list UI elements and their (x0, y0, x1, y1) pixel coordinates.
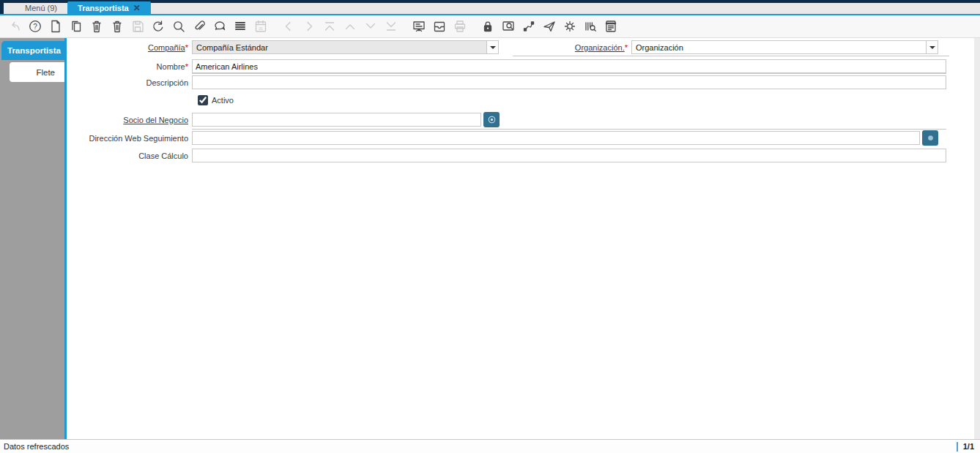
last-record-icon (384, 19, 398, 34)
url-icon (926, 133, 935, 143)
workflow-icon (521, 19, 536, 34)
status-separator (957, 442, 958, 452)
toolbar-request-button[interactable] (539, 17, 560, 36)
toolbar-find-button[interactable] (168, 17, 189, 36)
toolbar-delete-record-button[interactable] (86, 17, 107, 36)
sidebar-tab-transportista[interactable]: Transportista (1, 41, 67, 60)
tab-menu[interactable]: Menú (9) (15, 1, 67, 14)
previous-record-icon (281, 19, 296, 34)
clase-calculo-label: Clase Cálculo (138, 151, 188, 160)
toolbar-attachment-button[interactable] (189, 17, 209, 36)
sidebar-tab-transportista-label: Transportista (7, 46, 61, 55)
scrollbar-track[interactable] (974, 38, 980, 439)
nombre-label: Nombre* (157, 62, 188, 71)
first-record-icon (322, 19, 337, 34)
top-dark-left-block (0, 0, 4, 14)
organizacion-value: Organización (632, 41, 926, 53)
svg-text:31: 31 (259, 26, 263, 31)
compania-label[interactable]: Compañía* (148, 43, 188, 52)
socio-del-negocio-label[interactable]: Socio del Negocio (123, 116, 188, 124)
toolbar-calendar-button: 31 (250, 17, 271, 36)
toolbar-parent-record-button (340, 17, 360, 36)
row-separator (513, 56, 949, 56)
organizacion-dropdown-button[interactable] (926, 41, 938, 53)
toolbar-first-record-button (319, 17, 340, 36)
copy-record-icon (69, 19, 83, 34)
direccion-web-url-button[interactable] (922, 130, 938, 146)
toolbar-detail-record-button (360, 17, 381, 36)
nombre-input[interactable] (192, 59, 946, 73)
tab-transportista[interactable]: Transportista ✕ (67, 1, 151, 14)
tab-bar: Menú (9) Transportista ✕ (0, 0, 980, 15)
undo-icon (7, 19, 22, 34)
toggle-grid-icon (233, 19, 248, 34)
tab-menu-label: Menú (9) (25, 4, 57, 12)
descripcion-input[interactable] (192, 75, 946, 89)
carrier-form: Compañía* Compañía Estándar Organización… (67, 38, 980, 439)
row-separator (192, 73, 946, 74)
tab-transportista-label: Transportista (78, 4, 129, 12)
svg-text:?: ? (33, 23, 37, 31)
clase-calculo-input[interactable] (192, 149, 946, 162)
tab-sidebar: Transportista Flete (0, 38, 64, 439)
help-icon: ? (28, 19, 42, 34)
toolbar-lock-button[interactable] (478, 17, 498, 36)
attachment-icon (192, 19, 207, 34)
print-icon (453, 19, 467, 34)
compania-dropdown-button[interactable] (486, 41, 498, 53)
toolbar-zoom-across-button[interactable] (498, 17, 519, 36)
toolbar-save-button (127, 17, 148, 36)
record-indicator: 1/1 (963, 442, 980, 451)
find-icon (171, 19, 186, 34)
toolbar-print-button (450, 17, 470, 36)
delete-selection-icon (110, 19, 125, 34)
product-info-icon (583, 19, 598, 34)
parent-record-icon (343, 19, 357, 34)
sidebar-tab-flete-label: Flete (36, 68, 55, 77)
window-content: Transportista Flete Compañía* Compañía E… (0, 38, 980, 439)
archive-icon (432, 19, 447, 34)
request-icon (542, 19, 557, 34)
socio-record-info-button[interactable] (483, 112, 500, 127)
chevron-down-icon (929, 46, 935, 49)
toolbar: ?31 (0, 15, 980, 38)
toolbar-next-record-button (299, 17, 319, 36)
save-icon (130, 19, 145, 34)
descripcion-label: Descripción (146, 78, 188, 87)
toolbar-product-info-button[interactable] (580, 17, 601, 36)
record-info-icon (487, 115, 497, 124)
toolbar-delete-selection-button[interactable] (107, 17, 127, 36)
toolbar-archive-button[interactable] (429, 17, 450, 36)
direccion-web-label: Dirección Web Seguimiento (89, 134, 188, 143)
toolbar-help-button[interactable]: ? (25, 17, 45, 36)
toolbar-new-record-button[interactable] (45, 17, 66, 36)
toolbar-last-record-button (381, 17, 401, 36)
toolbar-chat-button[interactable] (209, 17, 230, 36)
toolbar-toggle-grid-button[interactable] (230, 17, 250, 36)
socio-del-negocio-input[interactable] (192, 113, 481, 127)
zoom-across-icon (501, 19, 516, 34)
activo-checkbox[interactable] (198, 95, 208, 105)
compania-combobox[interactable]: Compañía Estándar (192, 40, 499, 54)
toolbar-process-button[interactable] (560, 17, 580, 36)
organizacion-label[interactable]: Organización.* (575, 43, 628, 52)
row-separator (192, 129, 946, 130)
report-view-icon (604, 19, 618, 34)
toolbar-previous-record-button (278, 17, 299, 36)
lock-icon (480, 19, 495, 34)
toolbar-report-view-button[interactable] (601, 17, 621, 36)
toolbar-report-button[interactable] (409, 17, 429, 36)
status-message: Datos refrescados (0, 442, 957, 451)
sidebar-tab-flete[interactable]: Flete (10, 62, 67, 82)
toolbar-copy-record-button[interactable] (66, 17, 86, 36)
organizacion-combobox[interactable]: Organización (631, 40, 938, 54)
refresh-icon (151, 19, 166, 34)
compania-value: Compañía Estándar (193, 41, 486, 53)
calendar-icon: 31 (253, 19, 268, 34)
toolbar-workflow-button[interactable] (519, 17, 539, 36)
close-tab-icon[interactable]: ✕ (133, 4, 141, 12)
delete-record-icon (89, 19, 104, 34)
status-bar: Datos refrescados 1/1 (0, 439, 980, 453)
toolbar-refresh-button[interactable] (148, 17, 168, 36)
direccion-web-input[interactable] (192, 131, 920, 145)
